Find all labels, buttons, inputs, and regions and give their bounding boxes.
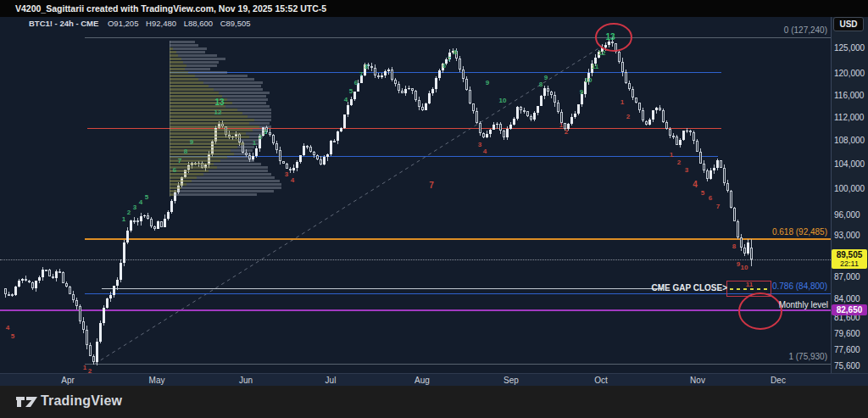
- symbol-title: BTC1! - 24h - CME: [29, 19, 98, 28]
- price-tick-label: 93,000: [834, 231, 860, 240]
- price-tick-label: 87,000: [834, 272, 860, 281]
- symbol-legend[interactable]: BTC1! - 24h - CME O91,205 H92,480 L88,60…: [29, 19, 256, 31]
- last-price-value: 89,505: [832, 250, 867, 259]
- footer-bar: TradingView: [0, 386, 868, 418]
- bar-countdown: 22:11: [832, 259, 867, 268]
- time-axis-month-label: May: [149, 376, 165, 385]
- monthly-level-label: Monthly level: [695, 300, 828, 309]
- price-tick-label: 116,000: [834, 91, 864, 100]
- time-axis-month-label: Nov: [690, 376, 705, 385]
- time-axis-month-label: Aug: [415, 376, 430, 385]
- monthly-level-badge: 82,650: [832, 304, 867, 315]
- time-axis-month-label: Jun: [239, 376, 253, 385]
- gap-dashed-line: [730, 288, 769, 290]
- price-tick-label: 108,000: [834, 136, 865, 145]
- price-tick-label: 125,000: [834, 43, 865, 53]
- price-tick-label: 120,000: [834, 69, 865, 78]
- time-axis-month-label: Oct: [594, 376, 608, 385]
- time-axis-month-label: Dec: [771, 376, 786, 385]
- price-tick-label: 77,600: [834, 345, 860, 354]
- ohlc-high: H92,480: [146, 19, 176, 28]
- ohlc-close: C89,505: [220, 19, 251, 28]
- price-tick-label: 75,600: [834, 361, 860, 371]
- attribution-text: V4200_Sagittarii created with TradingVie…: [15, 0, 326, 17]
- price-tick-label: 84,000: [834, 294, 860, 304]
- price-tick-label: 100,000: [834, 184, 865, 193]
- price-tick-label: 112,000: [834, 113, 864, 122]
- tradingview-logo-icon[interactable]: [15, 395, 39, 409]
- currency-badge: USD: [833, 17, 864, 31]
- ohlc-low: L88,600: [184, 19, 213, 28]
- ohlc-open: O91,205: [108, 19, 138, 28]
- time-axis-month-label: Jul: [326, 376, 337, 385]
- cme-gap-close-label: CME GAP CLOSE>: [593, 283, 727, 293]
- time-axis-month-label: Sep: [504, 376, 519, 385]
- price-tick-label: 104,000: [834, 159, 865, 169]
- chart-pane[interactable]: [0, 17, 831, 373]
- attribution-bar: V4200_Sagittarii created with TradingVie…: [0, 0, 868, 17]
- price-tick-label: 96,000: [834, 210, 860, 220]
- time-axis-month-label: Apr: [61, 376, 75, 385]
- tradingview-brand-text[interactable]: TradingView: [41, 393, 122, 409]
- time-axis[interactable]: [0, 373, 868, 386]
- tradingview-chart-export: 0 (127,240)0.618 (92,485)0.786 (84,800)1…: [0, 0, 868, 418]
- last-price-badge: 89,505 22:11: [832, 249, 867, 269]
- price-tick-label: 79,600: [834, 329, 860, 338]
